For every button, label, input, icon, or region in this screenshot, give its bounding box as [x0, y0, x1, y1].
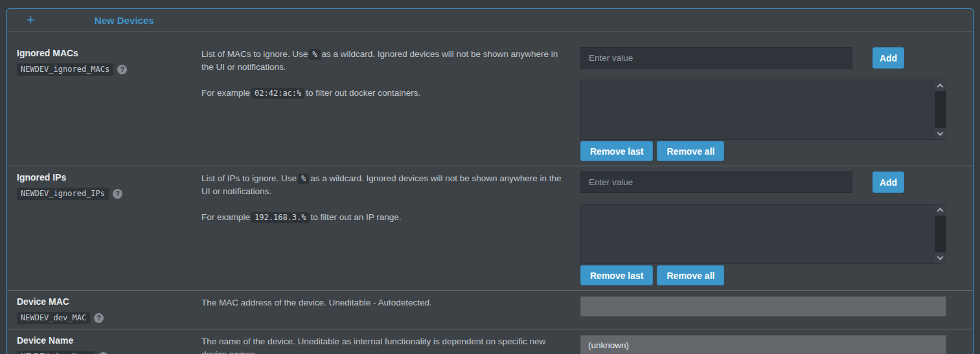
- desc-text: The MAC address of the device. Uneditabl…: [201, 298, 432, 307]
- setting-label-block: Device MAC NEWDEV_dev_MAC ?: [17, 296, 201, 324]
- scrollbar-down-icon[interactable]: [935, 252, 946, 263]
- setting-label: Device MAC: [17, 296, 201, 307]
- setting-row-device-name: Device Name NEWDEV_dev_Name ? The name o…: [7, 329, 973, 354]
- remove-last-button[interactable]: Remove last: [580, 265, 653, 285]
- setting-label: Device Name: [17, 335, 201, 346]
- desc-code: 02:42:ac:%: [251, 88, 304, 99]
- add-button[interactable]: Add: [872, 47, 904, 69]
- ignored-macs-value-input[interactable]: [580, 47, 852, 69]
- panel-title: New Devices: [95, 15, 154, 26]
- desc-text: to filter out an IP range.: [311, 212, 402, 222]
- desc-code: %: [309, 49, 320, 60]
- desc-text: List of MACs to ignore. Use: [201, 49, 308, 59]
- setting-code-name: NEWDEV_ignored_MACs: [17, 63, 113, 76]
- listbox-scrollbar[interactable]: [935, 80, 946, 139]
- ignored-macs-listbox[interactable]: [580, 80, 946, 140]
- setting-label: Ignored MACs: [17, 47, 201, 59]
- setting-row-ignored-macs: Ignored MACs NEWDEV_ignored_MACs ? List …: [7, 32, 973, 166]
- setting-controls: Add Remove last Remove all: [580, 171, 946, 285]
- setting-controls: [580, 296, 946, 324]
- setting-description: The name of the device. Uneditable as in…: [201, 335, 580, 354]
- setting-label-block: Ignored IPs NEWDEV_ignored_IPs ?: [17, 171, 201, 285]
- setting-row-ignored-ips: Ignored IPs NEWDEV_ignored_IPs ? List of…: [7, 166, 973, 290]
- desc-text: For example: [201, 212, 250, 222]
- remove-all-button[interactable]: Remove all: [657, 141, 724, 161]
- setting-code-name: NEWDEV_ignored_IPs: [17, 188, 109, 200]
- setting-label: Ignored IPs: [17, 171, 201, 183]
- new-devices-settings-panel: + New Devices Ignored MACs NEWDEV_ignore…: [6, 8, 974, 354]
- setting-description: List of IPs to ignore. Use%as a wildcard…: [201, 171, 580, 285]
- setting-code-name: NEWDEV_dev_MAC: [17, 312, 90, 324]
- desc-text: to filter out docker containers.: [306, 88, 420, 98]
- setting-description: List of MACs to ignore. Use%as a wildcar…: [201, 47, 580, 161]
- help-icon[interactable]: ?: [94, 313, 104, 323]
- ignored-ips-value-input[interactable]: [580, 171, 852, 193]
- help-icon[interactable]: ?: [117, 65, 127, 74]
- device-mac-readonly-input: [580, 296, 946, 316]
- desc-code: 192.168.3.%: [251, 212, 309, 223]
- device-name-readonly-input: [580, 335, 946, 354]
- setting-label-block: Ignored MACs NEWDEV_ignored_MACs ?: [17, 47, 201, 161]
- desc-code: %: [298, 173, 309, 184]
- scrollbar-up-icon[interactable]: [935, 80, 946, 91]
- setting-row-device-mac: Device MAC NEWDEV_dev_MAC ? The MAC addr…: [7, 290, 973, 329]
- desc-text: List of IPs to ignore. Use: [201, 173, 297, 183]
- scrollbar-down-icon[interactable]: [935, 128, 946, 139]
- setting-code-name: NEWDEV_dev_Name: [17, 351, 95, 354]
- remove-all-button[interactable]: Remove all: [657, 265, 724, 285]
- scrollbar-up-icon[interactable]: [935, 205, 946, 216]
- desc-text: The name of the device. Uneditable as in…: [201, 337, 545, 354]
- help-icon[interactable]: ?: [113, 189, 122, 199]
- expand-section-plus-icon[interactable]: +: [27, 13, 35, 27]
- setting-description: The MAC address of the device. Uneditabl…: [201, 296, 580, 324]
- ignored-ips-listbox[interactable]: [580, 204, 946, 264]
- setting-label-block: Device Name NEWDEV_dev_Name ?: [17, 335, 201, 354]
- setting-controls: [580, 335, 946, 354]
- remove-last-button[interactable]: Remove last: [580, 141, 653, 161]
- listbox-scrollbar[interactable]: [935, 205, 946, 263]
- desc-text: For example: [201, 88, 250, 98]
- panel-header: + New Devices: [7, 9, 973, 32]
- setting-controls: Add Remove last Remove all: [580, 47, 946, 161]
- add-button[interactable]: Add: [872, 171, 904, 193]
